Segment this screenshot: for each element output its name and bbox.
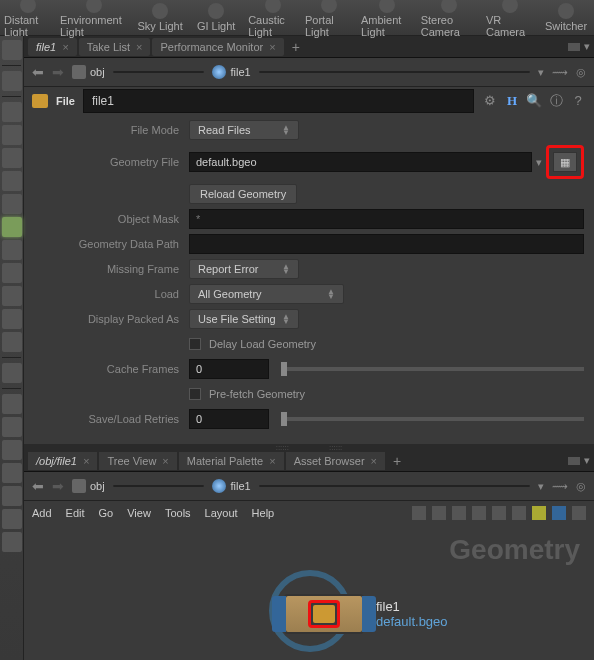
tool-edit[interactable] [2, 332, 22, 352]
path-obj[interactable]: obj [72, 65, 105, 79]
gear-icon[interactable]: ⚙ [482, 93, 498, 109]
shelf-vr-camera[interactable]: VR Camera [486, 0, 534, 38]
node-file1[interactable]: file1 default.bgeo [284, 594, 448, 634]
tool-e[interactable] [2, 486, 22, 506]
prefetch-checkbox[interactable] [189, 388, 201, 400]
delay-load-checkbox[interactable] [189, 338, 201, 350]
tool-select[interactable] [2, 40, 22, 60]
save-retries-slider[interactable] [281, 417, 584, 421]
shelf-sky-light[interactable]: Sky Light [136, 3, 184, 32]
tool-sphere[interactable] [2, 194, 22, 214]
path-file1[interactable]: file1 [212, 479, 250, 493]
shelf-ambient-light[interactable]: Ambient Light [361, 0, 413, 38]
pin-icon[interactable]: ⟿ [552, 480, 568, 493]
cache-frames-slider[interactable] [281, 367, 584, 371]
menu-go[interactable]: Go [99, 507, 114, 519]
tab-asset-browser[interactable]: Asset Browser× [286, 452, 385, 470]
menu-add[interactable]: Add [32, 507, 52, 519]
display-packed-dropdown[interactable]: Use File Setting▲▼ [189, 309, 299, 329]
tab-material-palette[interactable]: Material Palette× [179, 452, 284, 470]
path-dropdown-icon[interactable]: ▾ [538, 480, 544, 493]
tool-f[interactable] [2, 509, 22, 529]
link-icon[interactable]: ◎ [576, 480, 586, 493]
add-tab-button[interactable]: + [387, 453, 407, 469]
grid3-icon[interactable] [512, 506, 526, 520]
shelf-stereo-camera[interactable]: Stereo Camera [421, 0, 478, 38]
tool-axis[interactable] [2, 263, 22, 283]
pane-max-icon[interactable] [568, 43, 580, 51]
reload-geometry-button[interactable]: Reload Geometry [189, 184, 297, 204]
tool-a[interactable] [2, 394, 22, 414]
tab-file1[interactable]: file1× [28, 38, 77, 56]
close-icon[interactable]: × [62, 41, 68, 53]
color-icon[interactable] [552, 506, 566, 520]
geometry-file-input[interactable] [189, 152, 532, 172]
pane-menu-icon[interactable]: ▾ [584, 40, 590, 53]
help-h-icon[interactable]: H [504, 93, 520, 109]
shelf-gi-light[interactable]: GI Light [192, 3, 240, 32]
close-icon[interactable]: × [269, 455, 275, 467]
tool-lock[interactable] [2, 148, 22, 168]
note-icon[interactable] [532, 506, 546, 520]
tool-light[interactable] [2, 217, 22, 237]
tool-preview[interactable] [2, 286, 22, 306]
shelf-env-light[interactable]: Environment Light [60, 0, 128, 38]
grid2-icon[interactable] [492, 506, 506, 520]
tool-curve[interactable] [2, 309, 22, 329]
tool-b[interactable] [2, 417, 22, 437]
tool-help[interactable] [2, 71, 22, 91]
tab-tree-view[interactable]: Tree View× [99, 452, 176, 470]
info-icon[interactable]: ⓘ [548, 93, 564, 109]
file-mode-dropdown[interactable]: Read Files▲▼ [189, 120, 299, 140]
tool-d[interactable] [2, 463, 22, 483]
arrow-icon[interactable] [572, 506, 586, 520]
object-mask-input[interactable] [189, 209, 584, 229]
render-flag[interactable] [362, 596, 376, 632]
tool-dot[interactable] [2, 363, 22, 383]
tool-bypass[interactable] [2, 171, 22, 191]
nav-back-icon[interactable]: ⬅ [32, 478, 44, 494]
tab-perf-monitor[interactable]: Performance Monitor× [152, 38, 283, 56]
tool-g[interactable] [2, 532, 22, 552]
help-icon[interactable]: ? [570, 93, 586, 109]
nav-forward-icon[interactable]: ➡ [52, 478, 64, 494]
menu-view[interactable]: View [127, 507, 151, 519]
tool-hint[interactable] [2, 240, 22, 260]
close-icon[interactable]: × [136, 41, 142, 53]
tool-c[interactable] [2, 440, 22, 460]
close-icon[interactable]: × [83, 455, 89, 467]
save-retries-input[interactable] [189, 409, 269, 429]
node-body[interactable] [284, 594, 364, 634]
path-file1[interactable]: file1 [212, 65, 250, 79]
menu-edit[interactable]: Edit [66, 507, 85, 519]
nav-back-icon[interactable]: ⬅ [32, 64, 44, 80]
close-icon[interactable]: × [162, 455, 168, 467]
menu-layout[interactable]: Layout [205, 507, 238, 519]
pin-icon[interactable]: ⟿ [552, 66, 568, 79]
shelf-caustic-light[interactable]: Caustic Light [248, 0, 297, 38]
list-icon[interactable] [432, 506, 446, 520]
menu-help[interactable]: Help [252, 507, 275, 519]
search-icon[interactable]: 🔍 [526, 93, 542, 109]
path-dropdown-icon[interactable]: ▾ [538, 66, 544, 79]
node-name-input[interactable] [83, 89, 474, 113]
tab-network-path[interactable]: /obj/file1× [28, 452, 97, 470]
nav-forward-icon[interactable]: ➡ [52, 64, 64, 80]
wrench-icon[interactable] [412, 506, 426, 520]
close-icon[interactable]: × [371, 455, 377, 467]
lines-icon[interactable] [452, 506, 466, 520]
add-tab-button[interactable]: + [286, 39, 306, 55]
menu-tools[interactable]: Tools [165, 507, 191, 519]
missing-frame-dropdown[interactable]: Report Error▲▼ [189, 259, 299, 279]
display-flag[interactable] [272, 596, 286, 632]
chevron-down-icon[interactable]: ▾ [536, 156, 542, 169]
network-view[interactable]: Geometry file1 default.bgeo [24, 524, 594, 660]
shelf-portal-light[interactable]: Portal Light [305, 0, 353, 38]
browse-file-button[interactable]: ▦ [553, 152, 577, 172]
geom-data-path-input[interactable] [189, 234, 584, 254]
tab-take-list[interactable]: Take List× [79, 38, 151, 56]
cache-frames-input[interactable] [189, 359, 269, 379]
pane-menu-icon[interactable]: ▾ [584, 454, 590, 467]
close-icon[interactable]: × [269, 41, 275, 53]
shelf-distant-light[interactable]: Distant Light [4, 0, 52, 38]
